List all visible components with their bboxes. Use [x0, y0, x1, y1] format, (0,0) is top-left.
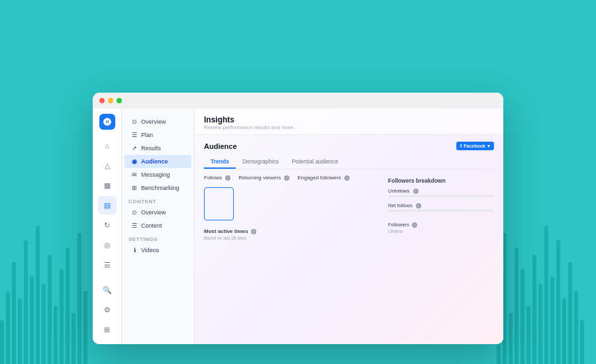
- nav-benchmarking[interactable]: ⊞ Benchmarking: [124, 181, 191, 195]
- results-icon: ↗: [131, 145, 138, 152]
- page-header: Insights Review performance results and …: [195, 109, 503, 135]
- nav-results-label: Results: [141, 145, 161, 152]
- metric-engaged: Engaged followers i: [297, 175, 350, 181]
- facebook-icon-small: f: [460, 143, 462, 149]
- col-left: Follows i Returning viewers i Engaged fo…: [204, 175, 381, 240]
- nav-plan-label: Plan: [141, 132, 153, 138]
- sidebar-triangle-icon[interactable]: △: [98, 156, 117, 175]
- metric-follows: Follows i: [204, 175, 230, 181]
- nav-content-overview[interactable]: ⊙ Overview: [124, 206, 191, 219]
- close-dot[interactable]: [99, 98, 105, 103]
- maximize-dot[interactable]: [117, 98, 122, 103]
- sidebar-grid-icon[interactable]: ▦: [98, 176, 117, 195]
- followers-sub: Lifetime: [388, 229, 494, 234]
- sidebar-settings-icon[interactable]: ⚙: [98, 300, 117, 319]
- sidebar-search-icon[interactable]: 🔍: [98, 281, 117, 299]
- breakdown-section: Followers breakdown Unfollows i: [388, 177, 494, 234]
- nav-plan[interactable]: ☰ Plan: [124, 128, 191, 142]
- nav-results[interactable]: ↗ Results: [124, 142, 191, 155]
- follows-label: Follows: [204, 175, 222, 181]
- most-active-info-icon[interactable]: i: [251, 229, 256, 234]
- metrics-row: Follows i Returning viewers i Engaged fo…: [204, 175, 381, 181]
- content-icon: ☰: [131, 222, 138, 229]
- messaging-icon: ✉: [131, 171, 138, 178]
- most-active-subtitle: Based on last 28 days: [204, 236, 381, 240]
- followers-info-icon[interactable]: i: [412, 222, 417, 228]
- plan-icon: ☰: [131, 132, 138, 138]
- nav-overview[interactable]: ⊙ Overview: [124, 115, 191, 128]
- unfollows-label: Unfollows i: [388, 188, 494, 194]
- tab-potential-audience[interactable]: Potential audience: [285, 156, 345, 169]
- page-title: Insights: [204, 115, 494, 124]
- nav-content-overview-label: Overview: [141, 209, 166, 216]
- sidebar-chart-icon[interactable]: ▤: [98, 196, 117, 214]
- sidebar-menu-icon[interactable]: ☰: [98, 255, 117, 274]
- sidebar-circle-icon[interactable]: ◎: [98, 236, 117, 254]
- meta-logo: [99, 114, 115, 130]
- content-overview-icon: ⊙: [131, 209, 138, 216]
- main-content: Insights Review performance results and …: [195, 109, 503, 344]
- platform-badge-label: Facebook: [464, 144, 485, 148]
- metric-returning: Returning viewers i: [238, 175, 289, 181]
- engaged-info-icon[interactable]: i: [344, 175, 350, 181]
- breakdown-net-follows: Net follows i: [388, 203, 494, 212]
- nav-content-label: Content: [141, 222, 162, 229]
- nav-benchmarking-label: Benchmarking: [141, 185, 179, 191]
- sidebar-apps-icon[interactable]: ⊞: [98, 320, 117, 339]
- follows-chart-box: [204, 187, 234, 220]
- platform-badge[interactable]: f Facebook ▾: [456, 142, 494, 150]
- tab-demographics[interactable]: Demographics: [236, 156, 285, 169]
- sidebar-home-icon[interactable]: ⌂: [98, 136, 117, 155]
- col-right: Followers breakdown Unfollows i: [388, 175, 494, 240]
- nav-videos-label: Videos: [141, 247, 159, 253]
- tabs-row: Trends Demographics Potential audience: [204, 156, 494, 169]
- follows-info-icon[interactable]: i: [225, 175, 230, 181]
- overview-icon: ⊙: [131, 118, 138, 125]
- sidebar-refresh-icon[interactable]: ↻: [98, 216, 117, 234]
- section-title: Audience: [204, 142, 237, 150]
- browser-titlebar: [93, 93, 503, 109]
- nav-videos[interactable]: ℹ Videos: [124, 244, 191, 257]
- followers-section: Followers i Lifetime: [388, 217, 494, 234]
- unfollows-bar: [388, 195, 494, 197]
- returning-label: Returning viewers: [238, 175, 281, 181]
- engaged-label: Engaged followers: [297, 175, 341, 181]
- followers-label: Followers i: [388, 222, 494, 228]
- section-header: Audience f Facebook ▾: [204, 142, 494, 150]
- nav-messaging[interactable]: ✉ Messaging: [124, 168, 191, 181]
- icon-sidebar: ⌂ △ ▦ ▤ ↻ ◎ ☰ 🔍 ⚙ ⊞: [93, 109, 122, 344]
- breakdown-title: Followers breakdown: [388, 177, 494, 184]
- benchmarking-icon: ⊞: [131, 185, 138, 191]
- breakdown-unfollows: Unfollows i: [388, 188, 494, 197]
- nav-messaging-label: Messaging: [141, 171, 170, 178]
- tab-trends[interactable]: Trends: [204, 156, 236, 169]
- left-nav: ⊙ Overview ☰ Plan ↗ Results ◉ Audience ✉…: [122, 109, 195, 344]
- nav-overview-label: Overview: [141, 118, 166, 125]
- nav-audience[interactable]: ◉ Audience: [124, 155, 191, 168]
- net-follows-info-icon[interactable]: i: [416, 203, 421, 208]
- returning-info-icon[interactable]: i: [284, 175, 289, 181]
- most-active-section: Most active times i Based on last 28 day…: [204, 228, 381, 240]
- content-header: Content: [122, 195, 194, 206]
- settings-header: Settings: [122, 232, 194, 244]
- chevron-down-icon: ▾: [487, 144, 490, 149]
- app-layout: ⌂ △ ▦ ▤ ↻ ◎ ☰ 🔍 ⚙ ⊞ ⊙ Overview ☰ Plan ↗: [93, 109, 503, 344]
- unfollows-info-icon[interactable]: i: [413, 189, 419, 194]
- net-follows-bar: [388, 210, 494, 212]
- minimize-dot[interactable]: [108, 98, 113, 103]
- nav-audience-label: Audience: [141, 158, 168, 165]
- content-area: Audience f Facebook ▾ Trends Demographic…: [195, 135, 503, 344]
- browser-window: ⌂ △ ▦ ▤ ↻ ◎ ☰ 🔍 ⚙ ⊞ ⊙ Overview ☰ Plan ↗: [93, 93, 503, 344]
- net-follows-label: Net follows i: [388, 203, 494, 208]
- most-active-title: Most active times i: [204, 228, 381, 234]
- audience-icon: ◉: [131, 158, 138, 165]
- page-subtitle: Review performance results and more.: [204, 124, 494, 130]
- nav-content[interactable]: ☰ Content: [124, 219, 191, 232]
- videos-icon: ℹ: [131, 247, 138, 253]
- two-col-layout: Follows i Returning viewers i Engaged fo…: [204, 175, 494, 240]
